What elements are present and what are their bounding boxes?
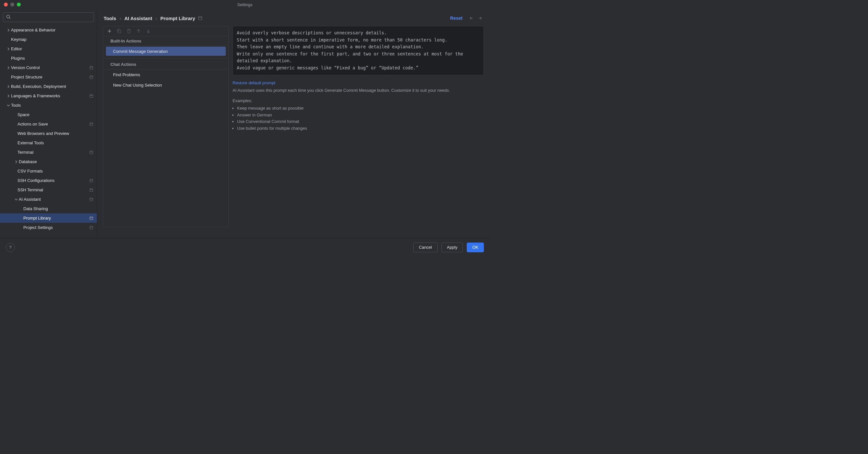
help-button[interactable]: ? <box>6 243 15 252</box>
prompt-description: AI Assistant uses this prompt each time … <box>232 87 484 94</box>
example-item: Keep message as short as possible <box>237 105 484 112</box>
examples-heading: Examples: <box>232 94 484 103</box>
reset-link[interactable]: Reset <box>450 16 463 21</box>
sidebar-item-keymap[interactable]: Keymap <box>0 35 97 44</box>
action-find-problems[interactable]: Find Problems <box>106 70 226 79</box>
project-scope-icon <box>89 150 94 155</box>
sidebar-item-terminal[interactable]: Terminal <box>0 147 97 157</box>
sidebar-item-label: CSV Formats <box>18 169 94 173</box>
sidebar-item-label: Project Structure <box>11 75 89 80</box>
sidebar-item-label: Build, Execution, Deployment <box>11 84 94 89</box>
chevron-right-icon <box>6 93 11 98</box>
example-item: Answer in German <box>237 112 484 119</box>
sidebar-item-label: Editor <box>11 46 94 51</box>
project-scope-icon <box>89 178 94 183</box>
search-input[interactable] <box>3 12 94 22</box>
svg-rect-10 <box>90 151 93 154</box>
content: Appearance & Behavior Keymap Editor Plug… <box>0 9 490 238</box>
breadcrumb: Tools › AI Assistant › Prompt Library <box>104 16 195 21</box>
window-close-button[interactable] <box>4 3 8 6</box>
sidebar-item-ssh-terminal[interactable]: SSH Terminal <box>0 185 97 195</box>
breadcrumb-separator: › <box>155 16 157 21</box>
sidebar: Appearance & Behavior Keymap Editor Plug… <box>0 9 97 238</box>
sidebar-item-label: Web Browsers and Preview <box>18 131 94 136</box>
sidebar-item-plugins[interactable]: Plugins <box>0 54 97 63</box>
move-down-button <box>146 28 151 34</box>
action-commit-message-generation[interactable]: Commit Message Generation <box>106 47 226 56</box>
chevron-right-icon <box>13 159 19 164</box>
add-button[interactable] <box>106 28 113 34</box>
svg-rect-28 <box>118 30 121 33</box>
prompt-textarea[interactable]: Avoid overly verbose descriptions or unn… <box>232 26 484 75</box>
panels: Built-In Actions Commit Message Generati… <box>97 26 490 132</box>
nav-arrows <box>468 15 483 21</box>
sidebar-item-database[interactable]: Database <box>0 157 97 166</box>
sidebar-item-web-browsers[interactable]: Web Browsers and Preview <box>0 129 97 138</box>
sidebar-item-tools[interactable]: Tools <box>0 101 97 110</box>
cancel-button[interactable]: Cancel <box>413 243 437 252</box>
breadcrumb-ai-assistant[interactable]: AI Assistant <box>124 16 152 21</box>
sidebar-item-appearance-behavior[interactable]: Appearance & Behavior <box>0 25 97 35</box>
breadcrumb-separator: › <box>120 16 121 21</box>
example-item: Use Conventional Commit format <box>237 118 484 125</box>
project-scope-icon <box>89 65 94 70</box>
titlebar: Settings <box>0 0 490 9</box>
breadcrumb-prompt-library: Prompt Library <box>160 16 195 21</box>
project-scope-icon <box>89 75 94 80</box>
sidebar-item-data-sharing[interactable]: Data Sharing <box>0 204 97 214</box>
settings-window: Settings Appearance & Behavior Keymap <box>0 0 490 256</box>
ok-button[interactable]: OK <box>467 243 484 252</box>
apply-button[interactable]: Apply <box>441 243 463 252</box>
project-scope-icon <box>89 197 94 202</box>
sidebar-item-build-execution-deployment[interactable]: Build, Execution, Deployment <box>0 82 97 91</box>
traffic-lights <box>0 3 21 6</box>
svg-rect-12 <box>90 179 93 182</box>
window-maximize-button[interactable] <box>17 3 21 6</box>
sidebar-item-languages-frameworks[interactable]: Languages & Frameworks <box>0 91 97 101</box>
project-scope-icon <box>198 16 203 21</box>
sidebar-item-label: Space <box>18 112 94 117</box>
sidebar-item-ai-assistant[interactable]: AI Assistant <box>0 195 97 204</box>
action-new-chat-using-selection[interactable]: New Chat Using Selection <box>106 80 226 89</box>
back-button[interactable] <box>468 15 475 21</box>
sidebar-item-prompt-library[interactable]: Prompt Library <box>0 214 97 223</box>
search-icon <box>6 14 11 21</box>
sidebar-item-project-structure[interactable]: Project Structure <box>0 72 97 82</box>
sidebar-item-space[interactable]: Space <box>0 110 97 119</box>
sidebar-item-label: Appearance & Behavior <box>11 28 94 32</box>
svg-rect-16 <box>90 198 93 201</box>
project-scope-icon <box>89 122 94 126</box>
svg-rect-6 <box>90 94 93 97</box>
chevron-right-icon <box>6 28 11 33</box>
sidebar-item-editor[interactable]: Editor <box>0 44 97 54</box>
move-up-button <box>136 28 142 34</box>
svg-line-1 <box>9 18 11 19</box>
example-item: Use bullet points for multiple changes <box>237 125 484 132</box>
project-scope-icon <box>89 216 94 221</box>
restore-default-prompt-link[interactable]: Restore default prompt <box>232 75 484 87</box>
sidebar-item-label: External Tools <box>18 140 94 145</box>
sidebar-item-label: Plugins <box>11 56 94 61</box>
svg-rect-4 <box>90 76 93 79</box>
action-item-label: Find Problems <box>113 72 140 77</box>
sidebar-item-actions-on-save[interactable]: Actions on Save <box>0 119 97 129</box>
sidebar-item-csv-formats[interactable]: CSV Formats <box>0 166 97 176</box>
window-minimize-button[interactable] <box>10 3 14 6</box>
sidebar-item-label: Database <box>19 159 94 164</box>
forward-button[interactable] <box>477 15 483 21</box>
action-item-label: Commit Message Generation <box>113 49 168 54</box>
sidebar-item-external-tools[interactable]: External Tools <box>0 138 97 147</box>
sidebar-item-label: Data Sharing <box>23 206 94 211</box>
chevron-down-icon <box>6 103 11 108</box>
svg-rect-14 <box>90 189 93 191</box>
sidebar-item-ssh-configurations[interactable]: SSH Configurations <box>0 176 97 185</box>
sidebar-item-label: Terminal <box>18 150 89 155</box>
svg-rect-20 <box>90 226 93 229</box>
sidebar-item-project-settings[interactable]: Project Settings <box>0 223 97 232</box>
footer: ? Cancel Apply OK <box>0 238 490 256</box>
sidebar-item-label: Actions on Save <box>18 122 89 126</box>
breadcrumb-tools[interactable]: Tools <box>104 16 116 21</box>
sidebar-item-version-control[interactable]: Version Control <box>0 63 97 72</box>
project-scope-icon <box>89 188 94 192</box>
sidebar-item-label: Tools <box>11 103 94 108</box>
